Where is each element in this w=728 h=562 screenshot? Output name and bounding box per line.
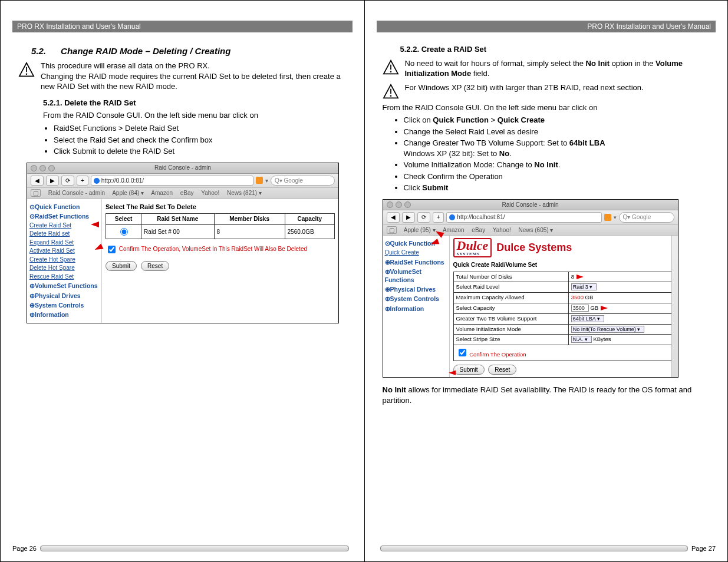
sb-system-controls[interactable]: ⊕System Controls — [29, 301, 99, 309]
footer-bar — [380, 546, 689, 551]
bookmarks-bar[interactable]: ▢ Apple (95) ▾ Amazon eBay Yahoo! News (… — [383, 225, 678, 236]
logo-title: Dulce Systems — [496, 240, 572, 254]
stripe-select[interactable]: N.A. ▾ — [571, 336, 592, 343]
txt-noinit: No Init — [586, 59, 610, 68]
step-5: Check Confirm the Operation — [404, 171, 716, 182]
table-row: Raid Set # 00 8 2560.0GB — [106, 224, 335, 239]
cell-capacity: 2560.0GB — [285, 224, 334, 239]
forward-button[interactable]: ▶ — [46, 176, 59, 186]
para-intro: From the RAID Console GUI. On the left s… — [383, 103, 716, 113]
two-tb-select[interactable]: 64bit LBA ▾ — [571, 315, 604, 322]
step-6: Click Submit — [404, 183, 716, 193]
bm-4[interactable]: Yahoo! — [201, 190, 219, 196]
row-stripe: Select Stripe SizeN.A. ▾ KBytes — [453, 335, 674, 345]
add-button[interactable]: + — [77, 176, 88, 186]
section-title: Change RAID Mode – Deleting / Creating — [61, 46, 230, 56]
sb-raidset-functions[interactable]: ⊕RaidSet Functions — [385, 258, 447, 266]
bm-5[interactable]: News (821) ▾ — [227, 190, 262, 196]
warn2-text: For Windows XP (32 bit) with larger than… — [405, 82, 644, 93]
sb-delete-hot-spare[interactable]: Delete Hot Spare — [29, 264, 99, 272]
step-1: RaidSet Functions > Delete Raid Set — [54, 123, 353, 134]
add-button[interactable]: + — [433, 212, 444, 223]
bm-2[interactable]: eBay — [472, 227, 485, 233]
bm-3[interactable]: Yahoo! — [493, 227, 511, 233]
sb-expand-raid-set[interactable]: Expand Raid Set — [29, 239, 99, 247]
bookmarks-bar[interactable]: ▢ Raid Console - admin Apple (84) ▾ Amaz… — [27, 188, 338, 199]
row-init-mode: Volume Initialization ModeNo Init(To Res… — [453, 324, 674, 335]
bm-1[interactable]: Apple (84) ▾ — [112, 190, 144, 196]
step-2: Select the Raid Set and check the Confir… — [54, 135, 353, 146]
sb-raidset-functions[interactable]: ⊙RaidSet Functions — [29, 212, 99, 220]
sb-quick-create[interactable]: Quick Create — [385, 249, 447, 257]
sb-rescue-raid-set[interactable]: Rescue Raid Set — [29, 273, 99, 281]
warn-line-1: This procedure will erase all data on th… — [41, 61, 353, 71]
reset-button[interactable]: Reset — [488, 365, 516, 375]
bm-2[interactable]: Amazon — [151, 190, 173, 196]
sb-physical-drives[interactable]: ⊕Physical Drives — [29, 292, 99, 300]
search-field[interactable]: Q▾ Google — [619, 212, 674, 223]
bm-0[interactable]: Apple (95) ▾ — [404, 227, 436, 233]
sb-information[interactable]: ⊕Information — [385, 305, 447, 313]
reload-button[interactable]: ⟳ — [61, 176, 74, 186]
bm-3[interactable]: eBay — [180, 190, 194, 196]
step-2: Change the Select Raid Level as desire — [404, 127, 716, 137]
sb-create-hot-spare[interactable]: Create Hot Spare — [29, 256, 99, 264]
row-select-radio[interactable] — [120, 228, 128, 236]
bm-4[interactable]: News (605) ▾ — [519, 227, 554, 233]
svg-point-2 — [26, 74, 28, 75]
back-button[interactable]: ◀ — [31, 176, 44, 186]
para-intro: From the RAID Console GUI. On the left s… — [43, 110, 353, 121]
th-capacity: Capacity — [285, 214, 334, 225]
red-arrow-icon — [430, 240, 439, 248]
bookmarks-icon[interactable]: ▢ — [387, 226, 397, 234]
red-arrow-icon — [435, 230, 443, 239]
search-field[interactable]: Q▾ Google — [271, 176, 335, 186]
sb-quick-function[interactable]: ⊙Quick Function — [29, 203, 99, 211]
red-arrow-icon — [601, 306, 608, 310]
rss-icon[interactable] — [604, 214, 611, 221]
sb-activate-raid-set[interactable]: Activate Raid Set — [29, 247, 99, 255]
reload-button[interactable]: ⟳ — [417, 212, 430, 223]
sb-physical-drives[interactable]: ⊕Physical Drives — [385, 285, 447, 293]
svg-point-5 — [390, 71, 391, 72]
bm-0[interactable]: Raid Console - admin — [48, 190, 105, 196]
capacity-input[interactable]: 3500 — [571, 305, 589, 312]
red-arrow-icon — [94, 244, 103, 253]
confirm-checkbox[interactable] — [459, 349, 466, 356]
sb-information[interactable]: ⊕Information — [29, 310, 99, 319]
sb-create-raid-set[interactable]: Create Raid Set — [29, 222, 99, 230]
txt: field. — [471, 69, 489, 78]
dulce-logo: Dulce SYSTEMS — [453, 238, 492, 257]
red-arrow-icon — [91, 221, 99, 229]
submit-button[interactable]: Submit — [106, 261, 137, 271]
raid-table: Select Raid Set Name Member Disks Capaci… — [106, 213, 335, 239]
scrollbar[interactable] — [671, 236, 678, 377]
raid-level-select[interactable]: Raid 3 ▾ — [571, 283, 597, 290]
forward-button[interactable]: ▶ — [402, 212, 415, 223]
steps-list: Click on Quick Function > Quick Create C… — [393, 115, 716, 193]
sb-volumeset-functions[interactable]: ⊕VolumeSet Functions — [385, 267, 447, 284]
row-two-tb: Greater Two TB Volume Support64bit LBA ▾ — [453, 313, 674, 324]
sb-system-controls[interactable]: ⊕System Controls — [385, 295, 447, 303]
subsection-heading-5-2-2: 5.2.2. Create a RAID Set — [400, 44, 716, 55]
bm-1[interactable]: Amazon — [443, 227, 465, 233]
svg-point-8 — [390, 95, 391, 97]
page-26: PRO RX Installation and User's Manual 5.… — [1, 1, 364, 561]
row-total-disks: Total Number Of Disks8 — [453, 272, 674, 282]
rss-icon[interactable] — [256, 177, 263, 184]
red-arrow-icon — [449, 369, 458, 376]
sb-delete-raid-set[interactable]: Delete Raid set — [29, 230, 99, 238]
globe-icon — [449, 214, 455, 220]
bookmarks-icon[interactable]: ▢ — [31, 189, 41, 197]
back-button[interactable]: ◀ — [387, 212, 400, 223]
step-3: Change Greater Two TB Volume Support: Se… — [404, 138, 716, 158]
confirm-checkbox[interactable] — [108, 246, 116, 253]
confirm-label: Confirm The Operation, VolumeSet In This… — [119, 246, 307, 253]
sb-volumeset-functions[interactable]: ⊕VolumeSet Functions — [29, 282, 99, 290]
url-field[interactable]: http://localhost:81/ — [446, 212, 601, 223]
init-mode-select[interactable]: No Init(To Rescue Volume) ▾ — [571, 326, 645, 333]
reset-button[interactable]: Reset — [141, 261, 169, 271]
warn-line-2: Changing the RAID mode requires the curr… — [41, 71, 353, 92]
url-field[interactable]: http://0.0.0.0:81/ — [91, 176, 253, 186]
form-table: Total Number Of Disks8 Select Raid Level… — [453, 272, 674, 346]
